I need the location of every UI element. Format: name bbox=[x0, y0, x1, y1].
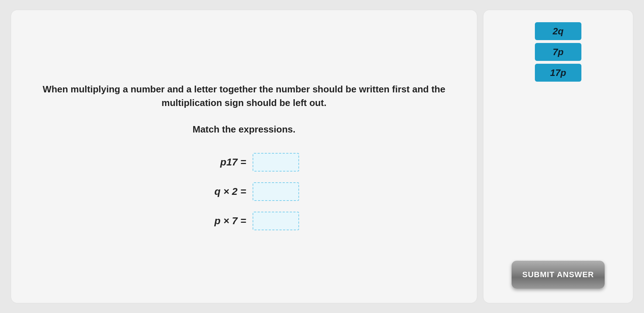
expr-letter-1: p bbox=[220, 156, 226, 168]
expression-label-2: q × 2 = bbox=[189, 186, 246, 197]
expression-label-1: p17 = bbox=[189, 156, 246, 168]
expression-label-3: p × 7 = bbox=[189, 215, 246, 227]
submit-answer-button[interactable]: SUBMIT ANSWER bbox=[512, 261, 605, 289]
expression-row-1: p17 = bbox=[189, 153, 299, 172]
instruction-text: When multiplying a number and a letter t… bbox=[33, 83, 455, 110]
drop-box-1[interactable] bbox=[253, 153, 299, 172]
right-panel: 2q 7p 17p SUBMIT ANSWER bbox=[483, 10, 633, 303]
expression-row-3: p × 7 = bbox=[189, 212, 299, 230]
answer-tile-2q[interactable]: 2q bbox=[535, 22, 581, 40]
left-panel: When multiplying a number and a letter t… bbox=[11, 10, 477, 303]
drop-box-2[interactable] bbox=[253, 182, 299, 201]
drop-box-3[interactable] bbox=[253, 212, 299, 230]
main-container: When multiplying a number and a letter t… bbox=[7, 6, 637, 307]
tile-label-7p: 7p bbox=[553, 47, 564, 58]
expr-letter-2: q bbox=[214, 186, 220, 197]
answer-tile-7p[interactable]: 7p bbox=[535, 43, 581, 61]
answer-tile-17p[interactable]: 17p bbox=[535, 64, 581, 82]
match-heading: Match the expressions. bbox=[192, 124, 296, 135]
tile-label-2q: 2q bbox=[553, 26, 564, 37]
expressions-area: p17 = q × 2 = p × 7 = bbox=[189, 153, 299, 230]
expr-letter-3: p bbox=[214, 215, 220, 226]
answer-tiles: 2q 7p 17p bbox=[535, 22, 581, 82]
expression-row-2: q × 2 = bbox=[189, 182, 299, 201]
tile-label-17p: 17p bbox=[550, 67, 566, 78]
